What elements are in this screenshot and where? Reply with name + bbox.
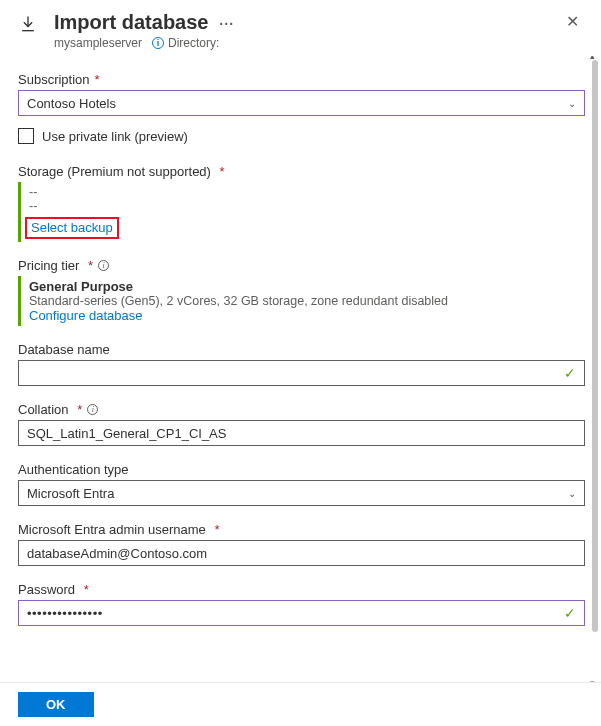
- scrollbar-thumb[interactable]: [592, 60, 598, 632]
- chevron-down-icon: ⌄: [568, 98, 576, 109]
- private-link-checkbox[interactable]: [18, 128, 34, 144]
- password-input[interactable]: ••••••••••••••• ✓: [18, 600, 585, 626]
- private-link-label: Use private link (preview): [42, 129, 188, 144]
- collation-label: Collation * i: [18, 402, 585, 417]
- scrollbar[interactable]: ▴ ▾: [592, 58, 598, 680]
- directory-label: Directory:: [168, 36, 219, 50]
- storage-line2: --: [29, 199, 585, 213]
- pricing-tier-desc: Standard-series (Gen5), 2 vCores, 32 GB …: [29, 294, 585, 308]
- dbname-label: Database name: [18, 342, 585, 357]
- select-backup-highlight: Select backup: [25, 217, 119, 239]
- chevron-down-icon: ⌄: [568, 488, 576, 499]
- close-button[interactable]: ✕: [560, 10, 585, 34]
- subscription-label: Subscription*: [18, 72, 585, 87]
- select-backup-link[interactable]: Select backup: [31, 220, 113, 235]
- configure-database-link[interactable]: Configure database: [29, 308, 142, 323]
- collation-input[interactable]: SQL_Latin1_General_CP1_CI_AS: [18, 420, 585, 446]
- dbname-input[interactable]: ✓: [18, 360, 585, 386]
- import-icon: [18, 10, 40, 37]
- subscription-select[interactable]: Contoso Hotels ⌄: [18, 90, 585, 116]
- auth-label: Authentication type: [18, 462, 585, 477]
- storage-block: -- -- Select backup: [18, 182, 585, 242]
- auth-select[interactable]: Microsoft Entra ⌄: [18, 480, 585, 506]
- scroll-down-icon[interactable]: ▾: [590, 678, 595, 682]
- more-dots-icon[interactable]: ···: [208, 16, 234, 32]
- info-icon[interactable]: i: [87, 404, 98, 415]
- storage-label: Storage (Premium not supported) *: [18, 164, 585, 179]
- password-label: Password *: [18, 582, 585, 597]
- close-icon: ✕: [566, 13, 579, 30]
- breadcrumb: mysampleserver i Directory:: [54, 36, 560, 50]
- ok-button[interactable]: OK: [18, 692, 94, 717]
- check-icon: ✓: [564, 605, 576, 621]
- pricing-label: Pricing tier * i: [18, 258, 585, 273]
- info-icon[interactable]: i: [98, 260, 109, 271]
- storage-line1: --: [29, 185, 585, 199]
- page-title: Import database ···: [54, 10, 560, 34]
- admin-username-input[interactable]: databaseAdmin@Contoso.com: [18, 540, 585, 566]
- pricing-block: General Purpose Standard-series (Gen5), …: [18, 276, 585, 326]
- check-icon: ✓: [564, 365, 576, 381]
- pricing-tier-name: General Purpose: [29, 279, 585, 294]
- server-name: mysampleserver: [54, 36, 142, 50]
- info-icon: i: [152, 37, 164, 49]
- admin-label: Microsoft Entra admin username *: [18, 522, 585, 537]
